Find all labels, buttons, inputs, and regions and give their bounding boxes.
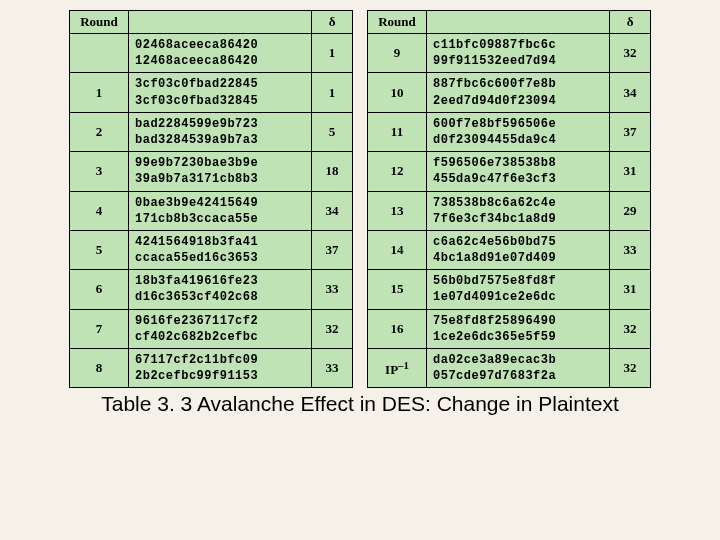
delta-cell: 32 [610,309,651,348]
table-row: 14c6a62c4e56b0bd754bc1a8d91e07d40933 [368,230,651,269]
round-cell: 8 [70,349,129,388]
left-table: Round δ 02468aceeca8642012468aceeca86420… [69,10,353,388]
table-row: 12f596506e738538b8455da9c47f6e3cf331 [368,152,651,191]
table-row: 79616fe2367117cf2cf402c682b2cefbc32 [70,309,353,348]
delta-cell: 32 [610,349,651,388]
delta-cell: 1 [312,34,353,73]
col-header-round: Round [70,11,129,34]
col-header-delta: δ [312,11,353,34]
round-cell: 15 [368,270,427,309]
right-table: Round δ 9c11bfc09887fbc6c99f911532eed7d9… [367,10,651,388]
col-header-hex [129,11,312,34]
hex-cell: c11bfc09887fbc6c99f911532eed7d94 [427,34,610,73]
round-cell: 6 [70,270,129,309]
hex-cell: 18b3fa419616fe23d16c3653cf402c68 [129,270,312,309]
round-cell: IP–1 [368,349,427,388]
delta-cell: 31 [610,152,651,191]
tables-wrap: Round δ 02468aceeca8642012468aceeca86420… [50,10,670,388]
round-cell: 11 [368,112,427,151]
round-cell: 2 [70,112,129,151]
delta-cell: 37 [312,230,353,269]
table-row: 10887fbc6c600f7e8b2eed7d94d0f2309434 [368,73,651,112]
round-cell: 16 [368,309,427,348]
col-header-round: Round [368,11,427,34]
delta-cell: 32 [312,309,353,348]
hex-cell: 3cf03c0fbad228453cf03c0fbad32845 [129,73,312,112]
round-cell: 14 [368,230,427,269]
hex-cell: 887fbc6c600f7e8b2eed7d94d0f23094 [427,73,610,112]
hex-cell: 56b0bd7575e8fd8f1e07d4091ce2e6dc [427,270,610,309]
hex-cell: 600f7e8bf596506ed0f23094455da9c4 [427,112,610,151]
col-header-hex [427,11,610,34]
table-row: 13738538b8c6a62c4e7f6e3cf34bc1a8d929 [368,191,651,230]
hex-cell: bad2284599e9b723bad3284539a9b7a3 [129,112,312,151]
hex-cell: 99e9b7230bae3b9e39a9b7a3171cb8b3 [129,152,312,191]
table-row: 2bad2284599e9b723bad3284539a9b7a35 [70,112,353,151]
delta-cell: 1 [312,73,353,112]
table-caption: Table 3. 3 Avalanche Effect in DES: Chan… [50,392,670,416]
table-row: 867117cf2c11bfc092b2cefbc99f9115333 [70,349,353,388]
round-cell: 9 [368,34,427,73]
delta-cell: 5 [312,112,353,151]
delta-cell: 18 [312,152,353,191]
delta-cell: 33 [312,270,353,309]
hex-cell: 02468aceeca8642012468aceeca86420 [129,34,312,73]
table-row: 02468aceeca8642012468aceeca864201 [70,34,353,73]
table-row: 40bae3b9e42415649171cb8b3ccaca55e34 [70,191,353,230]
table-row: 618b3fa419616fe23d16c3653cf402c6833 [70,270,353,309]
col-header-delta: δ [610,11,651,34]
table-row: 13cf03c0fbad228453cf03c0fbad328451 [70,73,353,112]
hex-cell: 67117cf2c11bfc092b2cefbc99f91153 [129,349,312,388]
hex-cell: c6a62c4e56b0bd754bc1a8d91e07d409 [427,230,610,269]
table-row: 399e9b7230bae3b9e39a9b7a3171cb8b318 [70,152,353,191]
delta-cell: 33 [312,349,353,388]
round-cell: 5 [70,230,129,269]
hex-cell: 9616fe2367117cf2cf402c682b2cefbc [129,309,312,348]
delta-cell: 33 [610,230,651,269]
hex-cell: 738538b8c6a62c4e7f6e3cf34bc1a8d9 [427,191,610,230]
round-cell: 10 [368,73,427,112]
table-row: 11600f7e8bf596506ed0f23094455da9c437 [368,112,651,151]
round-cell: 4 [70,191,129,230]
hex-cell: 75e8fd8f258964901ce2e6dc365e5f59 [427,309,610,348]
table-row: 9c11bfc09887fbc6c99f911532eed7d9432 [368,34,651,73]
table-row: 54241564918b3fa41ccaca55ed16c365337 [70,230,353,269]
delta-cell: 31 [610,270,651,309]
round-cell: 13 [368,191,427,230]
table-row: IP–1da02ce3a89ecac3b057cde97d7683f2a32 [368,349,651,388]
delta-cell: 29 [610,191,651,230]
hex-cell: 0bae3b9e42415649171cb8b3ccaca55e [129,191,312,230]
delta-cell: 34 [610,73,651,112]
round-cell [70,34,129,73]
table-row: 1675e8fd8f258964901ce2e6dc365e5f5932 [368,309,651,348]
round-cell: 12 [368,152,427,191]
hex-cell: f596506e738538b8455da9c47f6e3cf3 [427,152,610,191]
delta-cell: 37 [610,112,651,151]
round-cell: 7 [70,309,129,348]
hex-cell: da02ce3a89ecac3b057cde97d7683f2a [427,349,610,388]
round-cell: 1 [70,73,129,112]
delta-cell: 34 [312,191,353,230]
delta-cell: 32 [610,34,651,73]
round-cell: 3 [70,152,129,191]
hex-cell: 4241564918b3fa41ccaca55ed16c3653 [129,230,312,269]
table-row: 1556b0bd7575e8fd8f1e07d4091ce2e6dc31 [368,270,651,309]
